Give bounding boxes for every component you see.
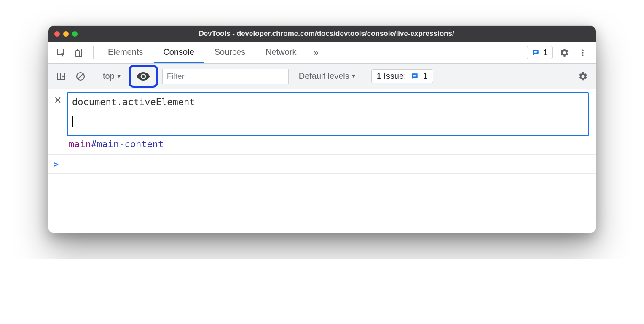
issues-count: 1 [423, 71, 428, 81]
result-tagname: main [69, 139, 91, 149]
svg-rect-2 [76, 51, 79, 57]
filter-input[interactable] [162, 69, 289, 84]
svg-point-5 [582, 49, 583, 51]
create-live-expression-button[interactable] [129, 65, 158, 88]
live-expression-row: ✕ document.activeElement main#main-conte… [48, 89, 596, 154]
issues-chip[interactable]: 1 Issue: 1 [371, 69, 433, 83]
divider [365, 70, 365, 83]
devtools-window: DevTools - developer.chrome.com/docs/dev… [48, 25, 596, 233]
tab-network[interactable]: Network [256, 42, 306, 63]
svg-point-7 [582, 54, 583, 56]
issues-label: 1 Issue: [377, 71, 406, 81]
console-toolbar: top ▼ Default levels ▼ 1 Issue: 1 [48, 64, 596, 89]
svg-rect-3 [534, 51, 537, 51]
live-expression-result[interactable]: main#main-content [48, 136, 596, 154]
message-icon [531, 49, 540, 57]
console-body: ✕ document.activeElement main#main-conte… [48, 89, 596, 233]
log-levels-select[interactable]: Default levels ▼ [296, 71, 359, 81]
clear-console-icon[interactable] [73, 69, 88, 84]
console-empty-area [48, 174, 596, 233]
context-label: top [103, 71, 115, 81]
settings-icon[interactable] [556, 42, 573, 63]
prompt-chevron-icon: > [54, 159, 59, 169]
console-settings-icon[interactable] [575, 69, 590, 84]
close-live-expression-button[interactable]: ✕ [52, 92, 64, 106]
live-expression-input[interactable]: document.activeElement [67, 92, 589, 136]
tab-elements[interactable]: Elements [99, 42, 152, 63]
close-window-button[interactable] [54, 31, 60, 37]
toggle-console-sidebar-icon[interactable] [54, 69, 69, 84]
eye-icon [136, 69, 150, 84]
device-toolbar-icon[interactable] [71, 42, 88, 63]
message-icon [411, 72, 419, 81]
divider [569, 70, 569, 83]
messages-count: 1 [543, 48, 548, 57]
divider [94, 70, 94, 83]
tab-sources[interactable]: Sources [205, 42, 255, 63]
messages-chip[interactable]: 1 [527, 46, 553, 59]
svg-rect-11 [413, 76, 416, 76]
devtools-tabbar: Elements Console Sources Network » 1 [48, 42, 596, 64]
levels-label: Default levels [299, 71, 349, 81]
tab-console[interactable]: Console [154, 42, 203, 63]
text-cursor [72, 116, 73, 127]
inspect-element-icon[interactable] [53, 42, 70, 63]
chevron-down-icon: ▼ [116, 73, 122, 79]
chevron-down-icon: ▼ [351, 73, 357, 79]
execution-context-select[interactable]: top ▼ [100, 71, 124, 81]
divider [93, 46, 94, 59]
console-prompt[interactable]: > [48, 154, 596, 174]
svg-point-6 [582, 52, 583, 53]
svg-rect-10 [413, 75, 416, 75]
result-id: #main-content [91, 139, 164, 149]
window-title: DevTools - developer.chrome.com/docs/dev… [63, 30, 590, 38]
live-expression-text: document.activeElement [72, 97, 584, 107]
more-tabs-icon[interactable]: » [308, 42, 325, 63]
kebab-menu-icon[interactable] [574, 42, 591, 63]
svg-rect-4 [534, 52, 537, 53]
window-titlebar: DevTools - developer.chrome.com/docs/dev… [48, 26, 596, 42]
